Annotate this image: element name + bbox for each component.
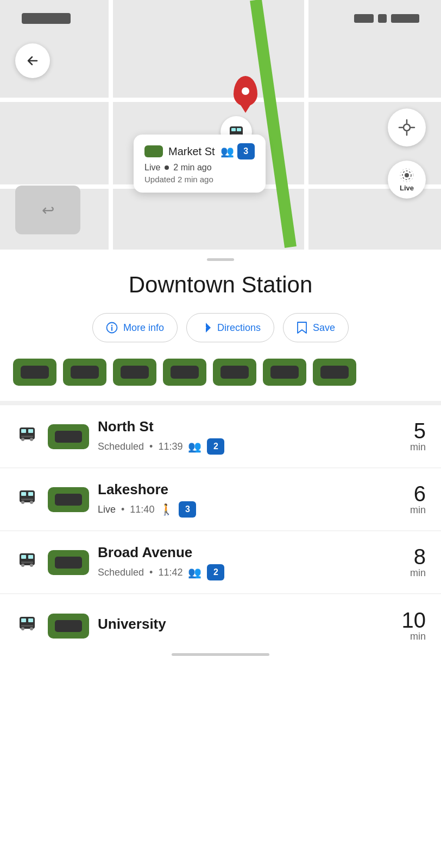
svg-rect-19 (28, 429, 33, 433)
station-title: Downtown Station (0, 272, 441, 298)
svg-rect-36 (21, 618, 26, 622)
mini-map-icon: ↩ (42, 201, 54, 219)
pin-dot (242, 87, 249, 95)
bus-icon-2 (15, 487, 39, 512)
action-buttons-row: More info Directions Save (0, 313, 441, 342)
svg-rect-28 (21, 499, 33, 500)
transit-meta-1: Scheduled • 11:39 👥 2 (98, 438, 401, 455)
mini-map[interactable]: ↩ (15, 186, 80, 234)
transit-row-university[interactable]: University 10 min (0, 594, 441, 642)
more-info-button[interactable]: More info (92, 313, 178, 342)
svg-point-11 (405, 173, 409, 177)
crowd-icon-3: 👥 (188, 566, 201, 579)
svg-rect-2 (237, 128, 241, 131)
route-chips-row (0, 359, 441, 401)
transit-row-lakeshore[interactable]: Lakeshore Live • 11:40 🚶 3 6 min (0, 468, 441, 531)
time-3: 11:42 (158, 567, 182, 578)
transit-info-3: Broad Avenue Scheduled • 11:42 👥 2 (98, 544, 401, 580)
popup-crowd-icon: 👥 (220, 145, 234, 158)
directions-label: Directions (217, 322, 261, 334)
route-badge-inner-4 (55, 620, 82, 632)
back-button[interactable] (15, 43, 50, 78)
route-chip-3[interactable] (113, 359, 156, 386)
signal-icon (354, 14, 374, 23)
badge-1: 2 (207, 438, 224, 455)
location-button[interactable] (388, 108, 426, 146)
map-road (0, 98, 441, 102)
transit-row-north-st[interactable]: North St Scheduled • 11:39 👥 2 5 min (0, 405, 441, 468)
transit-time-4: 10 min (402, 609, 426, 642)
popup-route-name: Market St (168, 145, 215, 158)
svg-rect-31 (28, 555, 33, 559)
status-icons (354, 14, 419, 23)
svg-rect-1 (231, 128, 236, 131)
route-chip-4[interactable] (163, 359, 206, 386)
svg-rect-37 (28, 618, 33, 622)
svg-point-38 (21, 627, 24, 630)
svg-point-16 (111, 325, 112, 326)
svg-point-21 (30, 438, 33, 441)
eta-number-2: 6 (410, 483, 426, 505)
eta-number-1: 5 (410, 420, 426, 442)
destination-2: Lakeshore (98, 481, 401, 498)
save-label: Save (313, 322, 335, 334)
svg-rect-25 (28, 492, 33, 496)
time-2: 11:40 (130, 504, 154, 515)
map-road (109, 0, 113, 250)
svg-rect-30 (21, 555, 26, 559)
route-badge-1 (48, 424, 89, 449)
route-badge-inner-3 (55, 557, 82, 569)
live-button[interactable]: Live (388, 161, 426, 199)
bus-icon-3 (15, 550, 39, 575)
transit-time-2: 6 min (410, 483, 426, 516)
route-chip-6[interactable] (263, 359, 306, 386)
save-button[interactable]: Save (283, 313, 349, 342)
transit-time-3: 8 min (410, 546, 426, 579)
transit-list: North St Scheduled • 11:39 👥 2 5 min (0, 405, 441, 642)
map-area: Market St 👥 3 Live 2 min ago Updated 2 m… (0, 0, 441, 250)
destination-3: Broad Avenue (98, 544, 401, 561)
eta-unit-3: min (410, 567, 426, 579)
route-badge-inner-1 (55, 431, 82, 443)
battery-icon (391, 14, 419, 23)
popup-badge: 3 (237, 143, 255, 159)
route-chip-7[interactable] (313, 359, 356, 386)
status-time (22, 13, 71, 24)
directions-button[interactable]: Directions (186, 313, 274, 342)
eta-number-4: 10 (402, 609, 426, 631)
popup-time-ago: 2 min ago (173, 163, 211, 173)
eta-unit-4: min (402, 631, 426, 642)
wifi-icon (378, 14, 387, 23)
route-chip-2[interactable] (63, 359, 106, 386)
transit-row-broad-avenue[interactable]: Broad Avenue Scheduled • 11:42 👥 2 8 min (0, 531, 441, 594)
map-road (304, 0, 308, 250)
route-badge-2 (48, 487, 89, 512)
map-pin (234, 76, 257, 106)
badge-3: 2 (207, 564, 224, 580)
map-popup: Market St 👥 3 Live 2 min ago Updated 2 m… (134, 135, 266, 193)
transit-info-2: Lakeshore Live • 11:40 🚶 3 (98, 481, 401, 518)
route-badge-inner-2 (55, 494, 82, 506)
popup-live-label: Live (144, 163, 160, 173)
svg-point-27 (30, 501, 33, 504)
bus-icon-4 (15, 613, 39, 639)
route-chip-5[interactable] (213, 359, 256, 386)
status-1: Scheduled (98, 441, 144, 452)
live-label: Live (400, 184, 414, 192)
bottom-sheet: Downtown Station More info Directions Sa… (0, 250, 441, 868)
eta-number-3: 8 (410, 546, 426, 567)
transit-meta-2: Live • 11:40 🚶 3 (98, 501, 401, 518)
bottom-bar-indicator (172, 653, 269, 656)
route-chip-1[interactable] (13, 359, 56, 386)
eta-unit-1: min (410, 442, 426, 453)
svg-rect-34 (21, 561, 33, 563)
svg-point-20 (21, 438, 24, 441)
transit-info-4: University (98, 616, 393, 636)
badge-2: 3 (179, 501, 196, 518)
transit-meta-3: Scheduled • 11:42 👥 2 (98, 564, 401, 580)
route-badge-4 (48, 614, 89, 639)
popup-updated-text: Updated 2 min ago (144, 175, 255, 184)
crowd-icon-2: 🚶 (160, 503, 173, 516)
drag-handle[interactable] (207, 258, 234, 261)
transit-info-1: North St Scheduled • 11:39 👥 2 (98, 418, 401, 455)
